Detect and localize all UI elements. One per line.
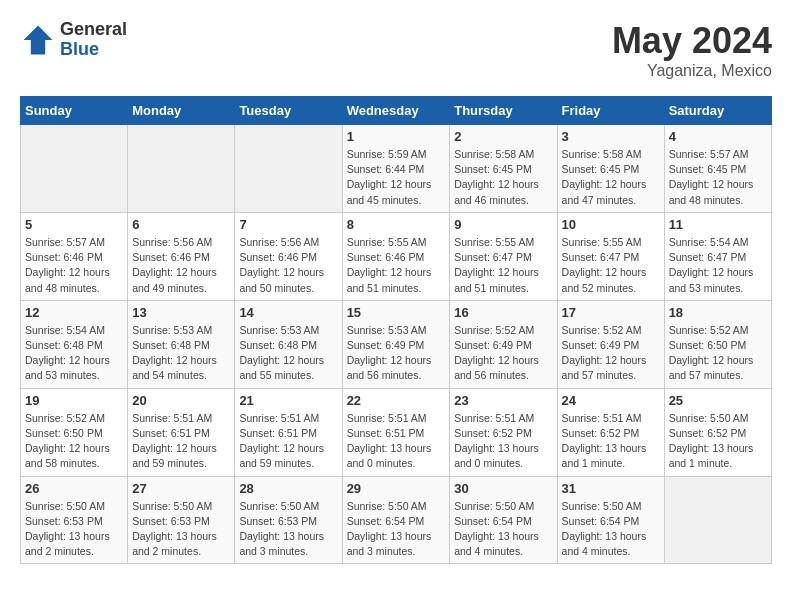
day-number: 8: [347, 217, 446, 232]
day-info: Sunrise: 5:58 AMSunset: 6:45 PMDaylight:…: [562, 147, 660, 208]
day-info: Sunrise: 5:55 AMSunset: 6:46 PMDaylight:…: [347, 235, 446, 296]
calendar-cell: 27Sunrise: 5:50 AMSunset: 6:53 PMDayligh…: [128, 476, 235, 564]
day-info: Sunrise: 5:59 AMSunset: 6:44 PMDaylight:…: [347, 147, 446, 208]
day-number: 7: [239, 217, 337, 232]
calendar-week-row: 1Sunrise: 5:59 AMSunset: 6:44 PMDaylight…: [21, 125, 772, 213]
day-info: Sunrise: 5:56 AMSunset: 6:46 PMDaylight:…: [132, 235, 230, 296]
day-info: Sunrise: 5:51 AMSunset: 6:52 PMDaylight:…: [562, 411, 660, 472]
day-info: Sunrise: 5:53 AMSunset: 6:49 PMDaylight:…: [347, 323, 446, 384]
day-number: 23: [454, 393, 552, 408]
weekday-header-tuesday: Tuesday: [235, 97, 342, 125]
day-number: 10: [562, 217, 660, 232]
logo-blue: Blue: [60, 40, 127, 60]
day-info: Sunrise: 5:52 AMSunset: 6:49 PMDaylight:…: [454, 323, 552, 384]
weekday-header-friday: Friday: [557, 97, 664, 125]
day-number: 17: [562, 305, 660, 320]
calendar-cell: 14Sunrise: 5:53 AMSunset: 6:48 PMDayligh…: [235, 300, 342, 388]
day-info: Sunrise: 5:54 AMSunset: 6:47 PMDaylight:…: [669, 235, 767, 296]
day-number: 14: [239, 305, 337, 320]
day-info: Sunrise: 5:56 AMSunset: 6:46 PMDaylight:…: [239, 235, 337, 296]
day-number: 28: [239, 481, 337, 496]
calendar-cell: 24Sunrise: 5:51 AMSunset: 6:52 PMDayligh…: [557, 388, 664, 476]
day-info: Sunrise: 5:55 AMSunset: 6:47 PMDaylight:…: [454, 235, 552, 296]
day-info: Sunrise: 5:53 AMSunset: 6:48 PMDaylight:…: [239, 323, 337, 384]
calendar-cell: 26Sunrise: 5:50 AMSunset: 6:53 PMDayligh…: [21, 476, 128, 564]
calendar-cell: 31Sunrise: 5:50 AMSunset: 6:54 PMDayligh…: [557, 476, 664, 564]
calendar-cell: 23Sunrise: 5:51 AMSunset: 6:52 PMDayligh…: [450, 388, 557, 476]
day-number: 19: [25, 393, 123, 408]
day-info: Sunrise: 5:50 AMSunset: 6:54 PMDaylight:…: [454, 499, 552, 560]
calendar-cell: 18Sunrise: 5:52 AMSunset: 6:50 PMDayligh…: [664, 300, 771, 388]
weekday-header-saturday: Saturday: [664, 97, 771, 125]
calendar-week-row: 5Sunrise: 5:57 AMSunset: 6:46 PMDaylight…: [21, 212, 772, 300]
day-number: 12: [25, 305, 123, 320]
calendar-subtitle: Yaganiza, Mexico: [612, 62, 772, 80]
calendar-table: SundayMondayTuesdayWednesdayThursdayFrid…: [20, 96, 772, 564]
day-number: 15: [347, 305, 446, 320]
day-info: Sunrise: 5:54 AMSunset: 6:48 PMDaylight:…: [25, 323, 123, 384]
calendar-cell: [235, 125, 342, 213]
calendar-week-row: 19Sunrise: 5:52 AMSunset: 6:50 PMDayligh…: [21, 388, 772, 476]
calendar-cell: [664, 476, 771, 564]
svg-marker-0: [24, 25, 53, 54]
weekday-header-sunday: Sunday: [21, 97, 128, 125]
day-number: 24: [562, 393, 660, 408]
calendar-cell: 4Sunrise: 5:57 AMSunset: 6:45 PMDaylight…: [664, 125, 771, 213]
calendar-cell: 21Sunrise: 5:51 AMSunset: 6:51 PMDayligh…: [235, 388, 342, 476]
calendar-cell: 17Sunrise: 5:52 AMSunset: 6:49 PMDayligh…: [557, 300, 664, 388]
day-info: Sunrise: 5:50 AMSunset: 6:53 PMDaylight:…: [239, 499, 337, 560]
weekday-header-thursday: Thursday: [450, 97, 557, 125]
weekday-header-monday: Monday: [128, 97, 235, 125]
day-number: 27: [132, 481, 230, 496]
day-info: Sunrise: 5:51 AMSunset: 6:51 PMDaylight:…: [239, 411, 337, 472]
weekday-header-row: SundayMondayTuesdayWednesdayThursdayFrid…: [21, 97, 772, 125]
logo-icon: [20, 22, 56, 58]
day-info: Sunrise: 5:50 AMSunset: 6:53 PMDaylight:…: [25, 499, 123, 560]
day-number: 31: [562, 481, 660, 496]
calendar-cell: 25Sunrise: 5:50 AMSunset: 6:52 PMDayligh…: [664, 388, 771, 476]
calendar-cell: 22Sunrise: 5:51 AMSunset: 6:51 PMDayligh…: [342, 388, 450, 476]
day-info: Sunrise: 5:51 AMSunset: 6:52 PMDaylight:…: [454, 411, 552, 472]
calendar-cell: 10Sunrise: 5:55 AMSunset: 6:47 PMDayligh…: [557, 212, 664, 300]
weekday-header-wednesday: Wednesday: [342, 97, 450, 125]
day-number: 3: [562, 129, 660, 144]
logo-general: General: [60, 20, 127, 40]
calendar-week-row: 12Sunrise: 5:54 AMSunset: 6:48 PMDayligh…: [21, 300, 772, 388]
day-number: 20: [132, 393, 230, 408]
day-number: 6: [132, 217, 230, 232]
calendar-cell: 6Sunrise: 5:56 AMSunset: 6:46 PMDaylight…: [128, 212, 235, 300]
day-info: Sunrise: 5:52 AMSunset: 6:50 PMDaylight:…: [25, 411, 123, 472]
calendar-cell: 30Sunrise: 5:50 AMSunset: 6:54 PMDayligh…: [450, 476, 557, 564]
day-info: Sunrise: 5:57 AMSunset: 6:46 PMDaylight:…: [25, 235, 123, 296]
day-number: 22: [347, 393, 446, 408]
calendar-cell: 19Sunrise: 5:52 AMSunset: 6:50 PMDayligh…: [21, 388, 128, 476]
logo: General Blue: [20, 20, 127, 60]
day-number: 9: [454, 217, 552, 232]
day-number: 30: [454, 481, 552, 496]
day-info: Sunrise: 5:58 AMSunset: 6:45 PMDaylight:…: [454, 147, 552, 208]
calendar-cell: 12Sunrise: 5:54 AMSunset: 6:48 PMDayligh…: [21, 300, 128, 388]
day-info: Sunrise: 5:50 AMSunset: 6:54 PMDaylight:…: [347, 499, 446, 560]
day-info: Sunrise: 5:50 AMSunset: 6:54 PMDaylight:…: [562, 499, 660, 560]
calendar-cell: 8Sunrise: 5:55 AMSunset: 6:46 PMDaylight…: [342, 212, 450, 300]
day-number: 21: [239, 393, 337, 408]
calendar-week-row: 26Sunrise: 5:50 AMSunset: 6:53 PMDayligh…: [21, 476, 772, 564]
day-info: Sunrise: 5:51 AMSunset: 6:51 PMDaylight:…: [347, 411, 446, 472]
day-info: Sunrise: 5:52 AMSunset: 6:49 PMDaylight:…: [562, 323, 660, 384]
calendar-cell: 29Sunrise: 5:50 AMSunset: 6:54 PMDayligh…: [342, 476, 450, 564]
calendar-cell: 16Sunrise: 5:52 AMSunset: 6:49 PMDayligh…: [450, 300, 557, 388]
day-number: 4: [669, 129, 767, 144]
calendar-cell: 28Sunrise: 5:50 AMSunset: 6:53 PMDayligh…: [235, 476, 342, 564]
calendar-cell: [128, 125, 235, 213]
calendar-cell: 9Sunrise: 5:55 AMSunset: 6:47 PMDaylight…: [450, 212, 557, 300]
calendar-cell: 20Sunrise: 5:51 AMSunset: 6:51 PMDayligh…: [128, 388, 235, 476]
calendar-cell: 1Sunrise: 5:59 AMSunset: 6:44 PMDaylight…: [342, 125, 450, 213]
day-number: 11: [669, 217, 767, 232]
calendar-cell: [21, 125, 128, 213]
calendar-cell: 7Sunrise: 5:56 AMSunset: 6:46 PMDaylight…: [235, 212, 342, 300]
day-number: 1: [347, 129, 446, 144]
day-info: Sunrise: 5:50 AMSunset: 6:53 PMDaylight:…: [132, 499, 230, 560]
day-info: Sunrise: 5:52 AMSunset: 6:50 PMDaylight:…: [669, 323, 767, 384]
day-number: 25: [669, 393, 767, 408]
day-number: 13: [132, 305, 230, 320]
